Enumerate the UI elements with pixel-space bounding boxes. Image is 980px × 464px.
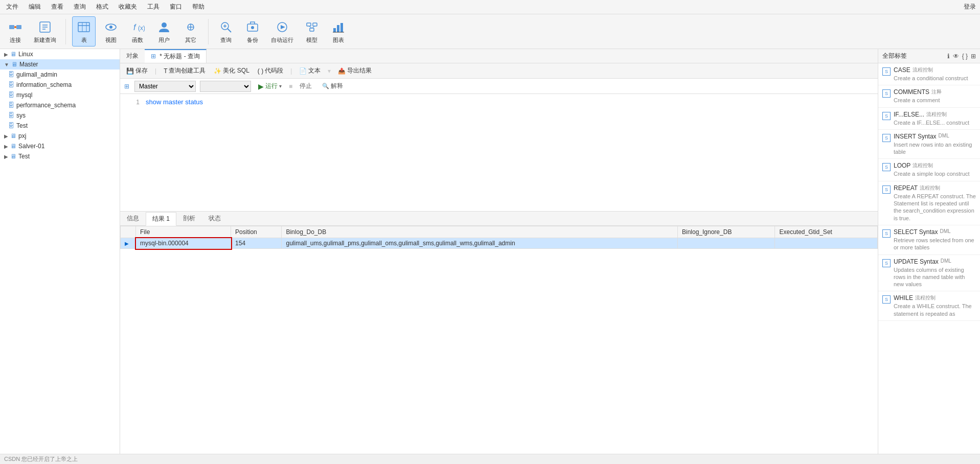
braces-icon[interactable]: { } [962, 53, 968, 60]
snippet-case[interactable]: S CASE 流程控制 Create a conditional constru… [878, 63, 980, 85]
toolbar-table[interactable]: 表 [72, 16, 96, 47]
beautify-icon: ✨ [214, 67, 221, 75]
sidebar-item-linux[interactable]: ▶ 🖥 Linux [0, 49, 120, 59]
toolbar-other[interactable]: 其它 [179, 17, 202, 46]
tab-status[interactable]: 状态 [202, 212, 227, 225]
toolbar-backup[interactable]: 备份 [241, 17, 264, 46]
menu-favorites[interactable]: 收藏夹 [117, 2, 139, 12]
sidebar-item-test[interactable]: ▶ 🖥 Test [0, 151, 120, 161]
editor-area[interactable]: 1 show master status [120, 94, 878, 212]
pxj-label: pxj [18, 132, 26, 140]
cell-binlog-do-db: gulimall_ums,gulimall_pms,gulimall_oms,g… [282, 238, 678, 249]
col-binlog-ignore-db: Binlog_Ignore_DB [677, 226, 775, 238]
menu-view[interactable]: 查看 [49, 2, 65, 12]
info-icon[interactable]: ℹ [947, 53, 950, 60]
save-button[interactable]: 💾 保存 [124, 65, 150, 76]
sidebar-item-pxj[interactable]: ▶ 🖥 pxj [0, 131, 120, 141]
toolbar-user[interactable]: 用户 [153, 17, 175, 46]
snippet-insert[interactable]: S INSERT Syntax DML Insert new rows into… [878, 130, 980, 159]
toolbar-connect[interactable]: 连接 [4, 17, 27, 46]
snippet-if-else[interactable]: S IF...ELSE... 流程控制 Create a IF...ELSE..… [878, 108, 980, 130]
snippet-case-desc: Create a conditional construct [894, 75, 976, 82]
view-icon [103, 19, 119, 35]
right-panel: 全部标签 ℹ 👁 { } ⊞ S CASE 流程控制 Create a cond… [878, 49, 980, 454]
tab-profile[interactable]: 剖析 [176, 212, 202, 225]
toolbar-chart[interactable]: 图表 [327, 17, 350, 46]
toolbar-function[interactable]: f (x) 函数 [126, 17, 149, 46]
snippet-while[interactable]: S WHILE 流程控制 Create a WHILE construct. T… [878, 291, 980, 321]
snippet-insert-badge: DML [939, 133, 949, 140]
tab-result1[interactable]: 结果 1 [146, 212, 176, 226]
linux-expand-icon: ▶ [4, 52, 8, 57]
result-content: File Position Binlog_Do_DB Binlog_Ignore… [120, 226, 878, 454]
menu-window[interactable]: 窗口 [168, 2, 184, 12]
tab-query[interactable]: ⊞ * 无标题 - 查询 [145, 49, 207, 63]
menu-query[interactable]: 查询 [72, 2, 88, 12]
model-label: 模型 [306, 36, 317, 44]
beautify-button[interactable]: ✨ 美化 SQL [212, 65, 251, 76]
svg-rect-1 [16, 25, 21, 29]
csdn-footer: CSDN 您已经开启了上帝之上 [0, 454, 980, 464]
pxj-expand-icon: ▶ [4, 133, 8, 139]
sidebar-item-mysql[interactable]: 🗄 mysql [0, 90, 120, 100]
snippet-comments-icon: S [882, 89, 891, 98]
schema-selector[interactable] [200, 81, 251, 92]
grid-icon[interactable]: ⊞ [971, 53, 976, 60]
menu-tools[interactable]: 工具 [145, 2, 162, 12]
row-marker: ▶ [121, 238, 136, 249]
text-button[interactable]: 📄 文本 [297, 65, 323, 76]
query-label: 查询 [220, 36, 232, 44]
snippet-repeat[interactable]: S REPEAT 流程控制 Create A REPEAT construct.… [878, 181, 980, 225]
sidebar-item-gulimall-admin[interactable]: 🗄 gulimall_admin [0, 69, 120, 80]
save-icon: 💾 [126, 67, 134, 75]
export-button[interactable]: 📤 导出结果 [336, 65, 374, 76]
snippet-if-else-title: IF...ELSE... 流程控制 [894, 111, 976, 118]
sidebar-item-salver01[interactable]: ▶ 🖥 Salver-01 [0, 141, 120, 151]
cell-file[interactable]: mysql-bin.000004 [136, 238, 231, 249]
toolbar-new-query[interactable]: 新建查询 [31, 17, 59, 46]
code-segment-button[interactable]: ( ) 代码段 [256, 65, 285, 76]
run-button[interactable]: ▶ 运行 ▾ [255, 81, 285, 91]
sidebar-item-master[interactable]: ▼ 🖥 Master [0, 59, 120, 69]
db-selector[interactable]: Master [134, 81, 196, 92]
snippet-while-badge: 流程控制 [915, 294, 936, 301]
run-dropdown-icon[interactable]: ▾ [279, 83, 282, 89]
menu-file[interactable]: 文件 [4, 2, 20, 12]
svg-rect-33 [337, 25, 339, 32]
sidebar-item-performance-schema[interactable]: 🗄 performance_schema [0, 100, 120, 110]
linux-server-icon: 🖥 [10, 51, 16, 58]
eye-icon[interactable]: 👁 [953, 53, 959, 60]
toolbar-autorun[interactable]: 自动运行 [268, 17, 297, 46]
menu-format[interactable]: 格式 [94, 2, 110, 12]
toolbar-model[interactable]: 模型 [301, 17, 323, 46]
export-label: 导出结果 [347, 66, 372, 75]
sidebar-item-test-master[interactable]: 🗄 Test [0, 121, 120, 131]
snippet-case-title: CASE 流程控制 [894, 66, 976, 74]
snippet-comments[interactable]: S COMMENTS 注释 Create a comment [878, 85, 980, 107]
snippet-loop[interactable]: S LOOP 流程控制 Create a simple loop constru… [878, 159, 980, 181]
test-master-label: Test [16, 122, 28, 129]
snippet-update[interactable]: S UPDATE Syntax DML Updates columns of e… [878, 255, 980, 292]
explain-button[interactable]: 🔍 解释 [319, 81, 346, 91]
tab-info[interactable]: 信息 [120, 212, 146, 225]
snippet-if-else-icon: S [882, 112, 891, 120]
db-icon-1: 🗄 [8, 71, 14, 78]
autorun-label: 自动运行 [271, 36, 293, 44]
menu-edit[interactable]: 编辑 [27, 2, 43, 12]
stop-button[interactable]: 停止 [297, 81, 315, 91]
sidebar-item-information-schema[interactable]: 🗄 information_schema [0, 80, 120, 90]
toolbar-query[interactable]: 查询 [215, 17, 237, 46]
login-button[interactable]: 登录 [964, 3, 976, 11]
snippet-select[interactable]: S SELECT Syntax DML Retrieve rows select… [878, 225, 980, 255]
create-tool-button[interactable]: T 查询创建工具 [162, 65, 208, 76]
table-row[interactable]: ▶ mysql-bin.000004 154 gulimall_ums,guli… [121, 238, 878, 249]
snippet-list: S CASE 流程控制 Create a conditional constru… [878, 63, 980, 454]
toolbar-view[interactable]: 视图 [100, 17, 122, 46]
row-arrow-icon: ▶ [125, 241, 129, 246]
action-sep1: ■ [289, 83, 292, 90]
menu-help[interactable]: 帮助 [190, 2, 207, 12]
model-icon [304, 19, 320, 35]
tab-object[interactable]: 对象 [120, 50, 145, 62]
chart-label: 图表 [333, 36, 344, 44]
sidebar-item-sys[interactable]: 🗄 sys [0, 110, 120, 121]
